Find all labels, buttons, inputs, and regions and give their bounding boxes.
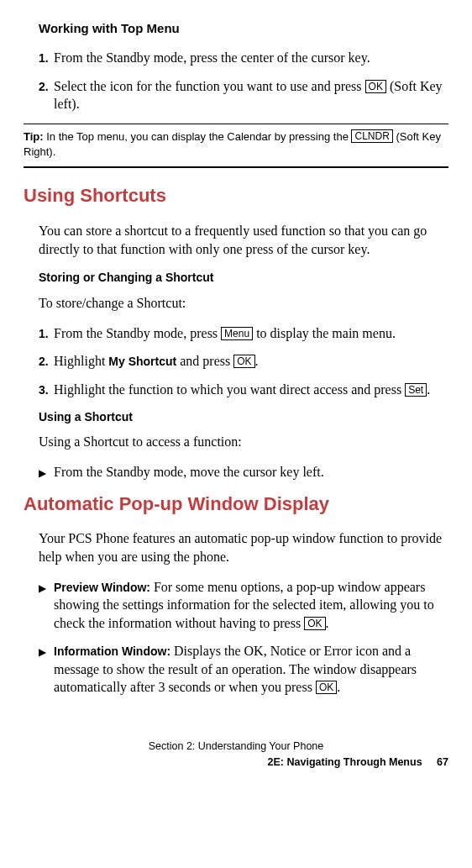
- text-fragment: Highlight: [54, 354, 108, 368]
- text-fragment: In the Top menu, you can display the Cal…: [46, 130, 351, 143]
- step-number: 1.: [39, 49, 54, 67]
- heading-auto-popup: Automatic Pop-up Window Display: [24, 492, 448, 517]
- sub-intro: To store/change a Shortcut:: [39, 294, 448, 313]
- keycap-menu: Menu: [221, 327, 253, 340]
- bullet-mark-icon: ▶: [39, 642, 54, 697]
- step-3: 3. Highlight the function to which you w…: [39, 381, 448, 399]
- bullet-text: From the Standby mode, move the cursor k…: [54, 463, 324, 481]
- intro-paragraph: Your PCS Phone features an automatic pop…: [39, 529, 448, 566]
- subheading-storing: Storing or Changing a Shortcut: [39, 270, 448, 286]
- step-number: 1.: [39, 324, 54, 343]
- page-number: 67: [437, 755, 448, 771]
- text-fragment: Highlight the function to which you want…: [54, 382, 405, 397]
- page-footer: Section 2: Understanding Your Phone 2E: …: [24, 739, 448, 771]
- strong-preview-window: Preview Window:: [54, 581, 154, 594]
- step-number: 2.: [39, 352, 54, 371]
- text-fragment: .: [427, 382, 430, 397]
- step-text: From the Standby mode, press Menu to dis…: [54, 324, 448, 343]
- text-fragment: and press: [176, 354, 233, 368]
- step-number: 3.: [39, 381, 54, 399]
- heading-working-top-menu: Working with Top Menu: [39, 20, 448, 37]
- bullet-preview-window: ▶ Preview Window: For some menu options,…: [39, 578, 448, 633]
- strong-information-window: Information Window:: [54, 644, 174, 658]
- step-2: 2. Highlight My Shortcut and press OK.: [39, 352, 448, 371]
- step-text: Highlight the function to which you want…: [54, 381, 448, 399]
- step-text: Highlight My Shortcut and press OK.: [54, 352, 448, 371]
- heading-using-shortcuts: Using Shortcuts: [24, 183, 448, 208]
- tip-block: Tip: In the Top menu, you can display th…: [24, 124, 448, 168]
- bullet-mark-icon: ▶: [39, 578, 54, 633]
- bullet-mark-icon: ▶: [39, 463, 54, 481]
- step-1: 1. From the Standby mode, press Menu to …: [39, 324, 448, 343]
- bullet-item: ▶ From the Standby mode, move the cursor…: [39, 463, 448, 481]
- text-fragment: Select the icon for the function you wan…: [54, 79, 365, 93]
- step-text: From the Standby mode, press the center …: [54, 49, 448, 67]
- step-number: 2.: [39, 77, 54, 113]
- step-2: 2. Select the icon for the function you …: [39, 77, 448, 113]
- keycap-clndr: CLNDR: [351, 129, 392, 143]
- footer-section-title: Section 2: Understanding Your Phone: [24, 739, 448, 755]
- subheading-using-shortcut: Using a Shortcut: [39, 409, 448, 425]
- text-fragment: From the Standby mode, press: [54, 326, 221, 340]
- sub-intro: Using a Shortcut to access a function:: [39, 433, 448, 451]
- tip-label: Tip:: [24, 130, 46, 143]
- bullet-text: Information Window: Displays the OK, Not…: [54, 642, 448, 697]
- footer-subsection: 2E: Navigating Through Menus: [268, 756, 422, 768]
- bullet-information-window: ▶ Information Window: Displays the OK, N…: [39, 642, 448, 697]
- keycap-ok: OK: [316, 681, 337, 694]
- keycap-ok: OK: [233, 355, 254, 368]
- text-fragment: to display the main menu.: [253, 326, 396, 340]
- step-text: Select the icon for the function you wan…: [54, 77, 448, 113]
- text-fragment: .: [326, 616, 329, 630]
- strong-my-shortcut: My Shortcut: [108, 355, 176, 368]
- keycap-ok: OK: [304, 617, 325, 630]
- keycap-set: Set: [405, 383, 427, 397]
- intro-paragraph: You can store a shortcut to a frequently…: [39, 222, 448, 258]
- step-1: 1. From the Standby mode, press the cent…: [39, 49, 448, 67]
- keycap-ok: OK: [365, 80, 386, 93]
- text-fragment: .: [255, 354, 259, 368]
- bullet-text: Preview Window: For some menu options, a…: [54, 578, 448, 633]
- text-fragment: .: [337, 680, 340, 694]
